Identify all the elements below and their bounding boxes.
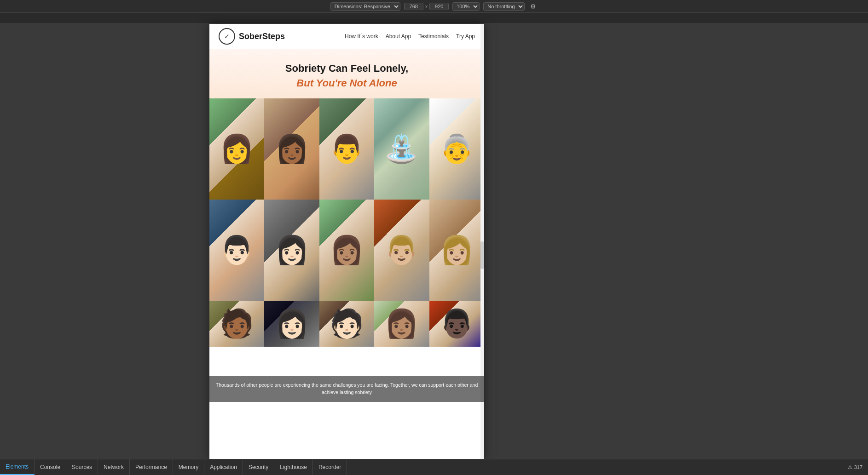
error-icon: ⚠ xyxy=(848,464,852,470)
settings-icon-btn[interactable]: ⚙ xyxy=(528,2,538,11)
face-icon-7: 👩🏻 xyxy=(264,200,319,301)
hero-title-line2: But You're Not Alone xyxy=(219,77,475,89)
viewport-scrollbar[interactable] xyxy=(480,24,484,459)
photo-cell-13: 🧑🏻 xyxy=(319,301,374,347)
tab-memory[interactable]: Memory xyxy=(173,459,204,475)
tab-elements[interactable]: Elements xyxy=(0,459,35,475)
throttling-select[interactable]: No throttling xyxy=(483,2,525,11)
logo-text: SoberSteps xyxy=(239,32,285,41)
left-sidebar xyxy=(0,24,209,459)
app-header: ✓ SoberSteps How It´s work About App Tes… xyxy=(209,24,484,49)
width-input[interactable] xyxy=(404,3,423,10)
error-number: 317 xyxy=(854,464,862,470)
separator: x xyxy=(425,4,428,9)
checkmark-icon: ✓ xyxy=(224,33,230,40)
photo-cell-9: 👨🏼 xyxy=(374,200,429,301)
face-icon-1: 👩 xyxy=(209,98,264,200)
nav-about-app[interactable]: About App xyxy=(386,33,411,40)
photo-grid-wrapper: 👩 👩🏾 👨 ⛲ 👵 👨🏻 � xyxy=(209,98,484,402)
photo-cell-1: 👩 xyxy=(209,98,264,200)
photo-cell-4: ⛲ xyxy=(374,98,429,200)
photo-cell-5: 👵 xyxy=(429,98,484,200)
tab-sources[interactable]: Sources xyxy=(66,459,98,475)
tab-recorder[interactable]: Recorder xyxy=(313,459,347,475)
error-count: ⚠ 317 xyxy=(848,464,862,470)
photo-cell-15: 👨🏿 xyxy=(429,301,484,347)
nav-how-it-works[interactable]: How It´s work xyxy=(345,33,378,40)
dimensions-section: Dimensions: Responsive xyxy=(330,2,400,11)
zoom-select[interactable]: 100% xyxy=(452,2,480,11)
tab-security[interactable]: Security xyxy=(243,459,274,475)
photo-cell-12: 👩🏻 xyxy=(264,301,319,347)
photo-cell-3: 👨 xyxy=(319,98,374,200)
face-icon-3: 👨 xyxy=(319,98,374,200)
dimensions-select[interactable]: Dimensions: Responsive xyxy=(330,2,400,11)
logo-icon: ✓ xyxy=(219,28,235,45)
photo-cell-6: 👨🏻 xyxy=(209,200,264,301)
logo-area: ✓ SoberSteps xyxy=(219,28,285,45)
tab-application[interactable]: Application xyxy=(204,459,243,475)
nav-testimonials[interactable]: Testimonials xyxy=(418,33,449,40)
face-icon-8: 👩🏽 xyxy=(319,200,374,301)
width-section: x xyxy=(404,3,449,10)
height-input[interactable] xyxy=(429,3,449,10)
right-sidebar xyxy=(484,24,868,459)
face-icon-10: 👩🏼 xyxy=(429,200,484,301)
throttling-section: No throttling xyxy=(483,2,525,11)
zoom-section: 100% xyxy=(452,2,480,11)
main-area: ✓ SoberSteps How It´s work About App Tes… xyxy=(0,24,868,459)
face-icon-14: 👩🏽 xyxy=(374,301,429,347)
face-icon-12: 👩🏻 xyxy=(264,301,319,347)
face-icon-15: 👨🏿 xyxy=(429,301,484,347)
photo-grid: 👩 👩🏾 👨 ⛲ 👵 👨🏻 � xyxy=(209,98,484,402)
devtools-right: ⚠ 317 xyxy=(848,464,868,470)
face-icon-6: 👨🏻 xyxy=(209,200,264,301)
devtools-bar: Elements Console Sources Network Perform… xyxy=(0,459,868,475)
face-icon-13: 🧑🏻 xyxy=(319,301,374,347)
tab-console[interactable]: Console xyxy=(35,459,66,475)
browser-toolbar: Dimensions: Responsive x 100% No throttl… xyxy=(0,0,868,13)
tab-performance[interactable]: Performance xyxy=(130,459,173,475)
photo-cell-7: 👩🏻 xyxy=(264,200,319,301)
hero-section: Sobriety Can Feel Lonely, But You're Not… xyxy=(209,49,484,98)
face-icon-9: 👨🏼 xyxy=(374,200,429,301)
photo-cell-2: 👩🏾 xyxy=(264,98,319,200)
face-icon-11: 🧑🏾 xyxy=(209,301,264,347)
scrollbar-thumb xyxy=(480,241,484,269)
ruler xyxy=(0,13,868,24)
fountain-icon: ⛲ xyxy=(374,98,429,200)
nav-try-app[interactable]: Try App xyxy=(456,33,475,40)
photo-cell-14: 👩🏽 xyxy=(374,301,429,347)
photo-cell-10: 👩🏼 xyxy=(429,200,484,301)
tab-lighthouse[interactable]: Lighthouse xyxy=(274,459,313,475)
face-icon-5: 👵 xyxy=(429,98,484,200)
tab-network[interactable]: Network xyxy=(98,459,130,475)
hero-title-line1: Sobriety Can Feel Lonely, xyxy=(219,62,475,75)
photo-cell-11: 🧑🏾 xyxy=(209,301,264,347)
browser-viewport: ✓ SoberSteps How It´s work About App Tes… xyxy=(209,24,484,459)
photo-cell-8: 👩🏽 xyxy=(319,200,374,301)
nav-links: How It´s work About App Testimonials Try… xyxy=(345,33,475,40)
face-icon-2: 👩🏾 xyxy=(264,98,319,200)
